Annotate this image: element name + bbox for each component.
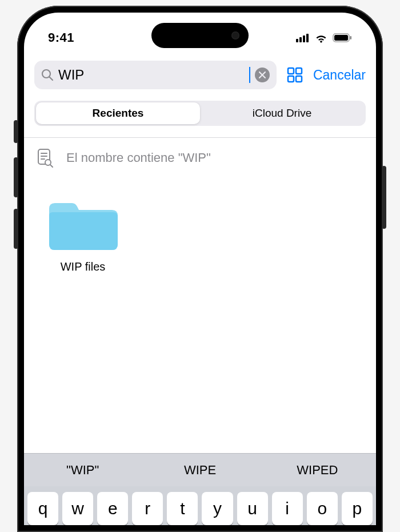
key-p[interactable]: p xyxy=(342,492,373,525)
side-button-power xyxy=(382,166,386,229)
suggestion-3[interactable]: WIPED xyxy=(259,463,376,478)
battery-icon xyxy=(333,33,352,42)
screen: 9:41 xyxy=(24,13,376,525)
filter-suggestion-row[interactable]: El nombre contiene "WIP" xyxy=(24,138,376,178)
search-icon xyxy=(41,69,54,81)
side-button-volume-up xyxy=(14,157,18,197)
svg-rect-1 xyxy=(299,37,302,42)
status-time: 9:41 xyxy=(48,30,117,45)
search-input[interactable] xyxy=(58,67,248,83)
svg-rect-3 xyxy=(306,34,309,42)
dynamic-island xyxy=(151,23,249,48)
search-field[interactable] xyxy=(34,61,277,89)
side-button-silence xyxy=(14,120,18,143)
svg-rect-12 xyxy=(296,76,302,82)
scope-segmented-control: Recientes iCloud Drive xyxy=(34,101,366,126)
svg-rect-11 xyxy=(288,76,294,82)
key-y[interactable]: y xyxy=(202,492,233,525)
clear-search-button[interactable] xyxy=(255,68,270,82)
cancel-button[interactable]: Cancelar xyxy=(313,68,366,83)
svg-rect-6 xyxy=(350,36,352,39)
folder-label: WIP files xyxy=(61,260,106,273)
text-cursor xyxy=(249,67,250,83)
result-folder-item[interactable]: WIP files xyxy=(40,195,126,273)
svg-rect-5 xyxy=(334,35,348,41)
scope-tab-recents[interactable]: Recientes xyxy=(36,102,200,124)
svg-rect-9 xyxy=(288,68,294,74)
key-o[interactable]: o xyxy=(307,492,338,525)
key-r[interactable]: r xyxy=(132,492,163,525)
wifi-icon xyxy=(314,33,328,43)
side-button-volume-down xyxy=(14,209,18,249)
spacer xyxy=(24,291,376,453)
cellular-signal-icon xyxy=(296,33,310,42)
quicktype-bar: "WIP" WIPE WIPED xyxy=(24,453,376,486)
document-search-icon xyxy=(37,148,54,168)
svg-rect-2 xyxy=(303,35,305,42)
key-q[interactable]: q xyxy=(27,492,58,525)
keyboard: "WIP" WIPE WIPED q w e r t y u i o p xyxy=(24,453,376,525)
key-t[interactable]: t xyxy=(167,492,198,525)
svg-line-18 xyxy=(50,165,53,167)
folder-icon xyxy=(46,195,120,252)
keyboard-row-top: q w e r t y u i o p xyxy=(24,486,376,525)
scope-tab-icloud[interactable]: iCloud Drive xyxy=(200,102,364,124)
results-grid: WIP files xyxy=(24,178,376,291)
key-e[interactable]: e xyxy=(97,492,128,525)
phone-frame: 9:41 xyxy=(17,6,383,532)
filter-suggestion-text: El nombre contiene "WIP" xyxy=(66,150,211,165)
svg-rect-10 xyxy=(296,68,302,74)
suggestion-1[interactable]: "WIP" xyxy=(24,463,141,478)
key-i[interactable]: i xyxy=(272,492,303,525)
svg-line-8 xyxy=(50,77,53,81)
key-w[interactable]: w xyxy=(62,492,93,525)
front-camera xyxy=(231,31,239,39)
svg-rect-0 xyxy=(296,39,298,42)
view-mode-button[interactable] xyxy=(286,66,304,84)
suggestion-2[interactable]: WIPE xyxy=(141,463,258,478)
key-u[interactable]: u xyxy=(237,492,268,525)
search-nav-row: Cancelar xyxy=(24,54,376,95)
